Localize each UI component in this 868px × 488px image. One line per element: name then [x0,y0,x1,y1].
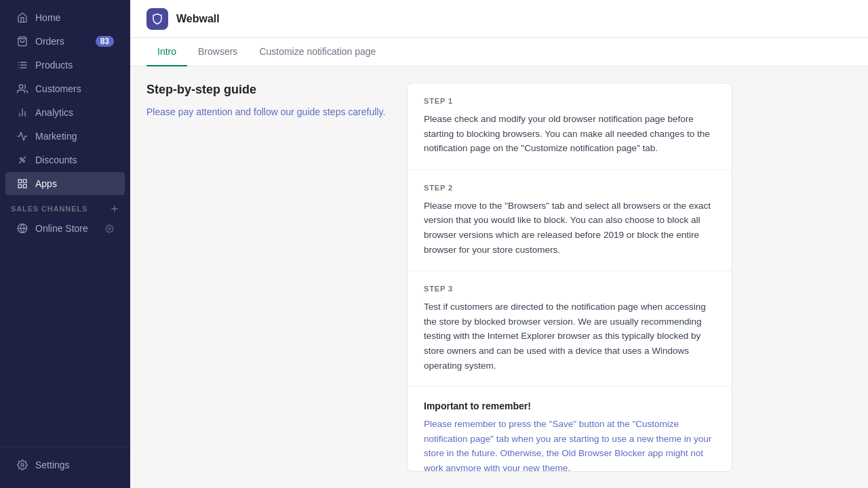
sidebar-nav: Home Orders 83 [0,0,130,447]
left-panel: Step-by-step guide Please pay attention … [146,83,391,472]
svg-point-23 [21,464,24,466]
tab-intro[interactable]: Intro [146,38,187,66]
important-title: Important to remember! [424,401,715,411]
tab-browsers[interactable]: Browsers [187,38,248,66]
svg-rect-15 [23,180,26,183]
step-2-text: Please move to the "Browsers" tab and se… [424,199,715,257]
marketing-icon [16,130,28,142]
sidebar-item-marketing[interactable]: Marketing [5,125,125,148]
svg-point-22 [108,227,111,229]
orders-badge: 83 [96,36,114,47]
tab-customize[interactable]: Customize notification page [248,38,387,66]
svg-point-7 [19,85,22,88]
products-icon [16,59,28,71]
step-1-text: Please check and modify your old browser… [424,112,715,156]
analytics-icon [16,106,28,119]
sidebar-item-products[interactable]: Products [5,54,125,77]
step-3-text: Test if customers are directed to the no… [424,300,715,373]
tabs-bar: Intro Browsers Customize notification pa… [130,38,868,66]
app-title: Webwall [176,13,220,25]
apps-icon [16,178,28,190]
right-panel: STEP 1 Please check and modify your old … [407,83,732,472]
online-store-icon [16,222,28,235]
steps-container: STEP 1 Please check and modify your old … [407,83,732,472]
main-content: Webwall Intro Browsers Customize notific… [130,0,868,488]
app-logo [146,8,168,30]
step-2-card: STEP 2 Please move to the "Browsers" tab… [408,170,732,271]
sidebar-item-customers[interactable]: Customers [5,77,125,100]
svg-rect-16 [23,184,26,188]
sidebar-item-discounts[interactable]: Discounts [5,148,125,171]
home-icon [16,12,28,24]
topbar: Webwall [130,0,868,38]
sidebar-item-home[interactable]: Home [5,6,125,29]
content-area: Step-by-step guide Please pay attention … [130,66,868,488]
important-text: Please remember to press the "Save" butt… [424,417,715,472]
settings-icon [16,459,28,471]
svg-rect-17 [18,184,22,188]
online-store-settings-icon[interactable] [105,224,114,233]
customers-icon [16,83,28,95]
sales-channels-section: SALES CHANNELS [0,196,130,216]
sidebar-item-online-store[interactable]: Online Store [5,217,125,240]
sidebar: Home Orders 83 [0,0,130,488]
svg-rect-14 [18,180,22,183]
step-2-label: STEP 2 [424,184,715,192]
sidebar-item-analytics[interactable]: Analytics [5,101,125,124]
sidebar-item-apps[interactable]: Apps [5,172,125,195]
sidebar-item-orders[interactable]: Orders 83 [5,30,125,53]
sidebar-item-settings[interactable]: Settings [5,453,125,476]
discounts-icon [16,154,28,166]
guide-title: Step-by-step guide [146,83,391,97]
step-3-label: STEP 3 [424,285,715,293]
svg-point-11 [20,158,22,160]
sidebar-bottom: Settings [0,447,130,488]
svg-point-12 [23,161,25,163]
add-sales-channel-icon[interactable] [110,204,119,214]
step-3-card: STEP 3 Test if customers are directed to… [408,271,732,387]
step-1-label: STEP 1 [424,97,715,105]
step-1-card: STEP 1 Please check and modify your old … [408,83,732,170]
orders-icon [16,35,28,47]
guide-subtitle: Please pay attention and follow our guid… [146,105,391,119]
important-card: Important to remember! Please remember t… [408,387,732,472]
